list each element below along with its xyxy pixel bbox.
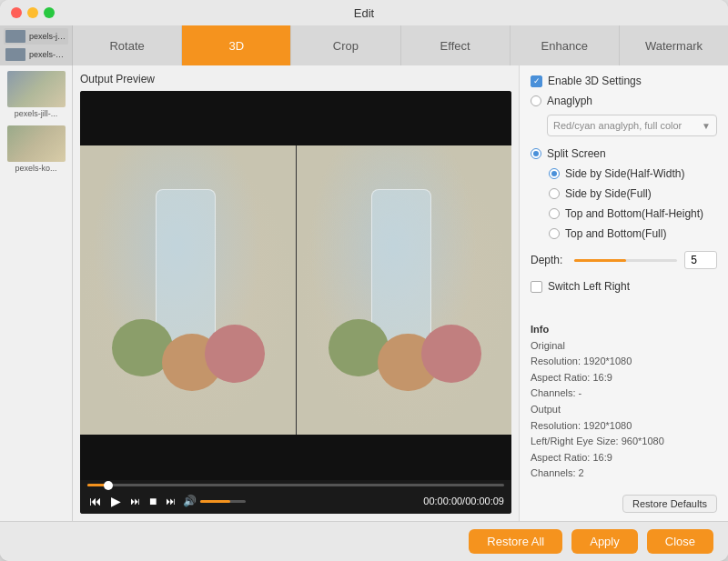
main-window: Edit pexels-jill-... pexels-ko... Rotate… xyxy=(0,0,728,561)
depth-slider-fill xyxy=(574,259,626,262)
file-tab-1-label: pexels-jill-... xyxy=(29,32,66,41)
bottom-bar: Restore All Apply Close xyxy=(0,521,728,561)
traffic-lights xyxy=(11,7,55,18)
switch-left-right-checkbox[interactable] xyxy=(531,281,542,293)
file-tab-2-thumb xyxy=(5,48,25,61)
switch-left-right-row: Switch Left Right xyxy=(531,280,717,293)
file-tabs-area: pexels-jill-... pexels-ko... xyxy=(0,25,73,65)
file-tab-1[interactable]: pexels-jill-... xyxy=(4,28,68,45)
side-by-side-full-label: Side by Side(Full) xyxy=(565,187,652,200)
combined-top-bar: pexels-jill-... pexels-ko... Rotate 3D C… xyxy=(0,25,728,65)
video-right xyxy=(296,145,512,435)
tab-watermark[interactable]: Watermark xyxy=(620,25,728,65)
volume-fill xyxy=(200,500,230,503)
macaron-pink-right xyxy=(421,325,481,383)
progress-bar-area[interactable] xyxy=(80,480,511,488)
file-tab-2-label: pexels-ko... xyxy=(29,50,66,59)
preview-label: Output Preview xyxy=(80,73,511,85)
apply-button[interactable]: Apply xyxy=(571,529,638,554)
anaglyph-label: Anaglyph xyxy=(547,95,592,107)
side-by-side-half-radio[interactable] xyxy=(549,168,560,179)
anaglyph-dropdown-container: Red/cyan anaglyph, full color ▼ xyxy=(547,115,717,136)
side-by-side-full-radio[interactable] xyxy=(549,188,560,199)
anaglyph-radio[interactable] xyxy=(531,95,541,106)
anaglyph-option: Red/cyan anaglyph, full color xyxy=(553,120,682,131)
top-bottom-half-label: Top and Bottom(Half-Height) xyxy=(565,207,703,220)
play-button[interactable]: ▶ xyxy=(109,492,123,510)
maximize-button[interactable] xyxy=(44,7,55,18)
skip-back-button[interactable]: ⏮ xyxy=(87,492,104,510)
side-by-side-half-label: Side by Side(Half-Width) xyxy=(565,167,684,180)
enable-3d-checkbox[interactable] xyxy=(531,75,542,87)
restore-defaults-area: Restore Defaults xyxy=(531,495,717,513)
video-container: ⏮ ▶ ⏭ ■ ⏭ 🔊 00:00:00/00:00:09 xyxy=(80,91,511,514)
settings-panel: Enable 3D Settings Anaglyph Red/cyan ana… xyxy=(519,65,728,521)
preview-panel: Output Preview xyxy=(73,65,519,521)
sidebar-item-2[interactable]: pexels-ko... xyxy=(0,122,72,176)
macaron-pink-left xyxy=(205,325,265,383)
sidebar-fname-2: pexels-ko... xyxy=(5,164,67,173)
file-tab-1-thumb xyxy=(5,30,25,43)
sidebar-fname-1: pexels-jill-... xyxy=(5,109,67,118)
step-forward-button[interactable]: ⏭ xyxy=(128,494,142,508)
close-button[interactable]: Close xyxy=(647,529,713,554)
left-sidebar: pexels-jill-... pexels-ko... xyxy=(0,65,73,521)
sidebar-item-1[interactable]: pexels-jill-... xyxy=(0,67,72,122)
side-by-side-half-row: Side by Side(Half-Width) xyxy=(531,167,717,180)
skip-end-button[interactable]: ⏭ xyxy=(164,494,177,508)
dropdown-arrow-icon: ▼ xyxy=(702,121,711,131)
progress-track[interactable] xyxy=(87,484,504,486)
top-bottom-half-radio[interactable] xyxy=(549,208,560,219)
video-left xyxy=(80,145,296,435)
glass-shape-left xyxy=(156,189,216,348)
video-left-content xyxy=(80,145,296,435)
close-button[interactable] xyxy=(11,7,22,18)
switch-left-right-label: Switch Left Right xyxy=(548,280,630,293)
original-aspect: Aspect Ratio: 16:9 xyxy=(531,370,717,386)
side-by-side-full-row: Side by Side(Full) xyxy=(531,187,717,200)
top-bottom-half-row: Top and Bottom(Half-Height) xyxy=(531,207,717,220)
restore-all-button[interactable]: Restore All xyxy=(469,529,562,554)
split-screen-radio[interactable] xyxy=(531,148,541,159)
sidebar-thumb-1 xyxy=(7,71,66,107)
main-content: pexels-jill-... pexels-ko... Output Prev… xyxy=(0,65,728,521)
original-label: Original xyxy=(531,338,717,355)
video-display xyxy=(80,91,511,480)
depth-slider[interactable] xyxy=(574,259,677,262)
output-label: Output xyxy=(531,402,717,418)
output-channels: Channels: 2 xyxy=(531,466,717,482)
black-bar-top xyxy=(80,91,511,145)
video-right-content xyxy=(297,145,512,435)
file-tab-2[interactable]: pexels-ko... xyxy=(4,46,68,63)
volume-icon: 🔊 xyxy=(183,495,197,507)
top-bottom-full-row: Top and Bottom(Full) xyxy=(531,227,717,240)
enable-3d-label: Enable 3D Settings xyxy=(548,75,642,87)
title-bar: Edit xyxy=(0,0,728,25)
black-bar-bottom xyxy=(80,435,511,480)
tab-3d[interactable]: 3D xyxy=(182,25,291,65)
tab-effect[interactable]: Effect xyxy=(401,25,511,65)
tab-rotate[interactable]: Rotate xyxy=(73,25,182,65)
tab-enhance[interactable]: Enhance xyxy=(511,25,620,65)
info-title: Info xyxy=(531,322,717,338)
volume-track[interactable] xyxy=(200,500,246,503)
top-bottom-full-label: Top and Bottom(Full) xyxy=(565,227,666,240)
output-eye-size: Left/Right Eye Size: 960*1080 xyxy=(531,434,717,450)
window-title: Edit xyxy=(354,6,374,20)
anaglyph-dropdown[interactable]: Red/cyan anaglyph, full color ▼ xyxy=(547,115,717,136)
minimize-button[interactable] xyxy=(27,7,38,18)
depth-row: Depth: xyxy=(531,251,717,269)
stop-button[interactable]: ■ xyxy=(147,492,158,510)
output-aspect: Aspect Ratio: 16:9 xyxy=(531,450,717,466)
split-screen-row: Split Screen xyxy=(531,147,717,160)
restore-defaults-button[interactable]: Restore Defaults xyxy=(622,495,717,513)
depth-value-input[interactable] xyxy=(684,251,717,269)
top-bottom-full-radio[interactable] xyxy=(549,228,560,239)
anaglyph-row: Anaglyph xyxy=(531,95,717,107)
volume-area: 🔊 xyxy=(183,495,246,507)
tab-crop[interactable]: Crop xyxy=(291,25,400,65)
original-channels: Channels: - xyxy=(531,386,717,402)
progress-thumb[interactable] xyxy=(104,481,113,490)
enable-3d-row: Enable 3D Settings xyxy=(531,75,717,87)
nav-tabs: Rotate 3D Crop Effect Enhance Watermark xyxy=(73,25,728,65)
